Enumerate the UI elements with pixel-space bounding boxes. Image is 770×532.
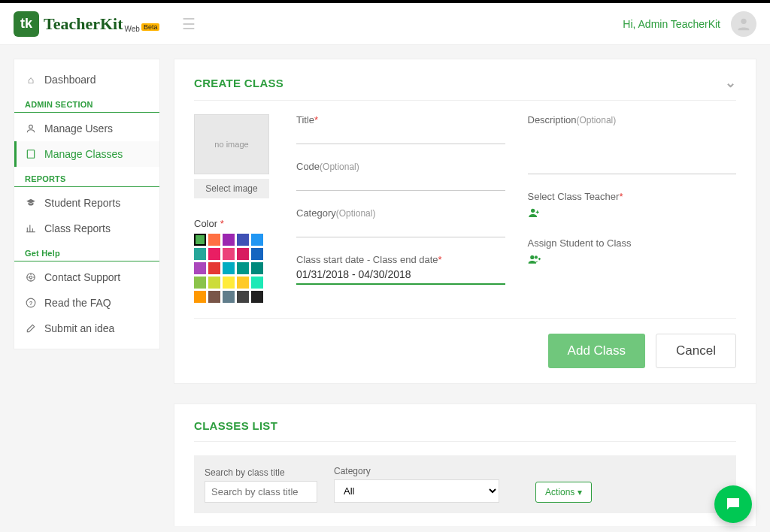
svg-point-4 [29,276,32,279]
user-icon [25,123,37,134]
color-label: Color * [194,218,277,229]
sidebar-item-label: Dashboard [44,74,96,86]
filter-bar: Search by class title Category All Actio… [194,455,736,513]
actions-button[interactable]: Actions ▾ [535,482,592,503]
select-image-button[interactable]: Select image [194,179,269,198]
sidebar-item-label: Student Reports [44,197,120,209]
code-label: Code(Optional) [296,161,505,172]
color-swatch[interactable] [223,262,235,274]
color-swatch[interactable] [223,291,235,303]
assign-student-label: Assign Student to Class [528,237,737,249]
select-teacher-label: Select Class Teacher* [528,191,737,202]
category-filter-label: Category [334,466,499,476]
color-swatch[interactable] [194,277,206,289]
main-content: CREATE CLASS ⌄ no image Select image Col… [160,45,770,526]
question-icon: ? [25,298,37,308]
color-swatch[interactable] [251,291,263,303]
color-swatch[interactable] [223,277,235,289]
color-swatch[interactable] [237,234,249,246]
image-placeholder: no image [194,114,269,174]
search-label: Search by class title [205,467,317,478]
sidebar-item-manage-users[interactable]: Manage Users [14,116,159,141]
add-teacher-icon[interactable] [528,207,540,221]
edit-icon [25,323,37,334]
color-swatch[interactable] [237,262,249,274]
logo-sub: Web [125,25,140,33]
color-swatch[interactable] [237,248,249,260]
logo-text: TeacherKit [44,14,123,33]
sidebar-item-contact-support[interactable]: Contact Support [14,264,159,290]
sidebar-item-dashboard[interactable]: ⌂ Dashboard [14,67,159,92]
sidebar-item-label: Class Reports [44,222,111,234]
create-class-card: CREATE CLASS ⌄ no image Select image Col… [174,59,756,384]
sidebar-item-submit-idea[interactable]: Submit an idea [14,316,159,341]
table-header: Title Code Category Description Teacher … [194,525,736,526]
date-range-input[interactable]: 01/31/2018 - 04/30/2018 [296,265,505,285]
sidebar: ⌂ Dashboard ADMIN SECTION Manage Users M… [14,59,160,349]
chat-support-button[interactable] [714,485,752,523]
code-input[interactable] [296,172,505,191]
color-swatch[interactable] [208,262,220,274]
app-header: tk TeacherKitWebBeta ☰ Hi, Admin Teacher… [0,3,770,45]
home-icon: ⌂ [25,74,37,86]
menu-toggle-icon[interactable]: ☰ [182,15,196,33]
color-swatch[interactable] [208,291,220,303]
sidebar-section-help: Get Help [14,241,159,261]
user-greeting: Hi, Admin TeacherKit [623,18,720,30]
sidebar-item-label: Read the FAQ [44,297,111,309]
search-input[interactable] [205,481,317,503]
color-swatch[interactable] [251,277,263,289]
dates-label: Class start date - Class end date* [296,254,505,265]
sidebar-item-label: Contact Support [44,271,120,283]
svg-text:?: ? [29,300,33,307]
description-input[interactable] [528,156,737,174]
color-swatch[interactable] [208,248,220,260]
grad-cap-icon [25,198,37,208]
device-icon [25,149,37,159]
svg-point-0 [741,18,746,23]
sidebar-item-manage-classes[interactable]: Manage Classes [14,141,159,167]
chevron-down-icon: ▾ [578,487,582,497]
logo-icon: tk [14,11,39,37]
classes-list-card: CLASSES LIST Search by class title Categ… [174,404,756,526]
sidebar-item-read-faq[interactable]: ? Read the FAQ [14,290,159,316]
color-swatch[interactable] [237,277,249,289]
svg-point-8 [530,255,534,259]
color-swatch[interactable] [194,248,206,260]
title-input[interactable] [296,125,505,144]
sidebar-item-label: Manage Classes [44,148,123,160]
sidebar-item-class-reports[interactable]: Class Reports [14,216,159,241]
color-swatch[interactable] [223,248,235,260]
color-swatch[interactable] [208,234,220,246]
category-label: Category(Optional) [296,207,505,219]
color-swatch[interactable] [223,234,235,246]
color-swatch[interactable] [251,234,263,246]
svg-rect-2 [27,150,34,159]
logo-beta-badge: Beta [141,23,160,31]
sidebar-item-student-reports[interactable]: Student Reports [14,190,159,216]
sidebar-item-label: Submit an idea [44,322,114,334]
svg-point-9 [534,255,537,258]
category-filter-select[interactable]: All [334,479,499,503]
add-class-button[interactable]: Add Class [548,334,645,368]
logo: TeacherKitWebBeta [44,14,159,34]
sidebar-item-label: Manage Users [44,122,113,135]
support-icon [25,272,37,283]
color-swatch[interactable] [194,234,206,246]
color-swatch[interactable] [251,262,263,274]
sidebar-section-admin: ADMIN SECTION [14,92,159,113]
svg-point-1 [29,125,33,128]
color-swatch[interactable] [194,262,206,274]
color-swatches [194,234,277,303]
color-swatch[interactable] [237,291,249,303]
category-input[interactable] [296,219,505,237]
color-swatch[interactable] [251,248,263,260]
color-swatch[interactable] [194,291,206,303]
sidebar-section-reports: REPORTS [14,167,159,187]
cancel-button[interactable]: Cancel [656,334,736,368]
chevron-down-icon[interactable]: ⌄ [725,74,736,91]
description-label: Description(Optional) [528,114,737,125]
add-student-icon[interactable] [528,253,541,268]
avatar[interactable] [731,11,756,37]
color-swatch[interactable] [208,277,220,289]
